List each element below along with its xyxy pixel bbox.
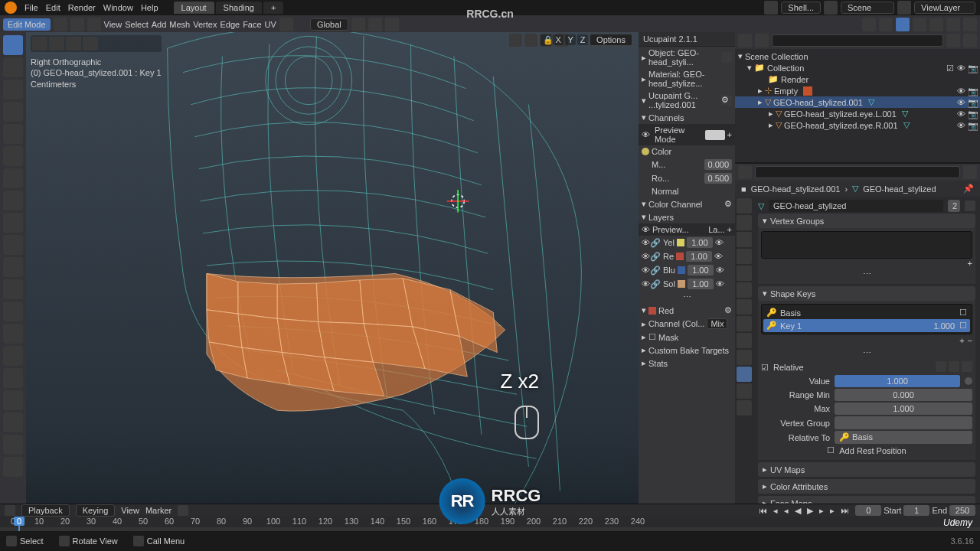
np-preview[interactable]: Preview... — [652, 225, 706, 234]
menu-uv[interactable]: UV — [265, 20, 276, 29]
propedit-icon[interactable] — [385, 18, 399, 31]
panel-uv-maps[interactable]: ▸UV Maps — [758, 462, 975, 477]
tl-start-frame[interactable]: 1 — [903, 505, 929, 516]
menu-help[interactable]: Help — [141, 3, 158, 12]
np-preview-mode[interactable]: Preview Mode — [655, 126, 703, 144]
selmode-edge[interactable] — [70, 18, 84, 31]
np-channels[interactable]: Channels — [648, 113, 684, 122]
tl-play[interactable]: ▶ — [807, 506, 813, 516]
tl-playback[interactable]: Playback — [21, 504, 70, 517]
max-field[interactable]: 1.000 — [835, 403, 972, 415]
tool-slide[interactable] — [3, 390, 23, 410]
vg-field[interactable]: ⠀ — [835, 416, 972, 429]
panel-shape-keys[interactable]: ▾Shape Keys — [758, 286, 975, 301]
tool-bevel[interactable] — [3, 257, 23, 277]
tree-collection[interactable]: ▾📁Collection☑👁📷 — [735, 62, 980, 73]
pin-icon[interactable]: 📌 — [963, 184, 974, 194]
menu-render[interactable]: Render — [68, 3, 96, 12]
preview-swatch[interactable] — [705, 130, 725, 140]
range-min-field[interactable]: 0.000 — [835, 389, 972, 401]
tool-shrink[interactable] — [3, 412, 23, 432]
menu-view[interactable]: View — [104, 20, 122, 29]
np-group[interactable]: Ucupaint G... ...tylized.001 — [648, 91, 719, 109]
tl-frame-next[interactable]: ▸ — [819, 506, 824, 516]
np-add[interactable]: + — [727, 130, 732, 139]
sk-key1[interactable]: 🔑Key 11.000☐ — [763, 319, 970, 332]
tl-keying[interactable]: Keying — [76, 504, 116, 517]
layer-yel[interactable]: Yel — [663, 238, 675, 247]
tl-view[interactable]: View — [121, 506, 139, 515]
selmode-face[interactable] — [87, 18, 101, 31]
props-search[interactable] — [755, 166, 960, 178]
np-layer-add[interactable]: + — [727, 225, 732, 234]
menu-window[interactable]: Window — [103, 3, 133, 12]
np-gear-icon[interactable]: ⚙ — [721, 95, 732, 106]
add-rest-toggle[interactable]: Add Rest Position — [839, 446, 906, 455]
np-red[interactable]: Red — [658, 306, 674, 315]
shape-keys-list[interactable]: 🔑Basis☐ 🔑Key 11.000☐ — [761, 304, 972, 334]
timeline-editor-icon[interactable] — [5, 505, 15, 516]
tl-jump-end[interactable]: ⏭ — [841, 506, 849, 515]
layer-menu-dots[interactable]: ⋯ — [683, 292, 691, 302]
ptab-modifier[interactable] — [737, 299, 752, 315]
tool-smooth[interactable] — [3, 368, 23, 388]
viewlayer-select[interactable]: ViewLayer — [914, 2, 975, 14]
mode-select[interactable]: Edit Mode — [3, 18, 51, 31]
tool-poly[interactable] — [3, 324, 23, 344]
shell-select[interactable]: Shell... — [781, 2, 821, 14]
menu-vertex[interactable]: Vertex — [193, 20, 217, 29]
ptab-constraint[interactable] — [737, 350, 752, 365]
tool-transform[interactable] — [3, 146, 23, 166]
tool-shear[interactable] — [3, 435, 23, 455]
ptab-render[interactable] — [737, 198, 752, 214]
sk-menu[interactable]: ⋯ — [761, 347, 972, 360]
tl-autokey-icon[interactable] — [178, 505, 188, 516]
np-color[interactable]: Color — [652, 147, 732, 156]
panel-vertex-groups[interactable]: ▾Vertex Groups — [758, 214, 975, 228]
sk-iconbtn3[interactable] — [962, 361, 972, 372]
outliner-search[interactable] — [772, 34, 943, 47]
tree-head-obj[interactable]: ▸▽GEO-head_stylized.001▽👁📷 — [735, 96, 980, 108]
orientation-select[interactable]: Global — [310, 18, 348, 31]
sk-iconbtn1[interactable] — [936, 361, 946, 372]
snap-icon[interactable] — [368, 18, 382, 31]
ptab-texture[interactable] — [737, 400, 752, 416]
layer-blu[interactable]: Blu — [663, 266, 675, 275]
vp-overlay-ico1[interactable] — [509, 34, 522, 47]
menu-mesh[interactable]: Mesh — [169, 20, 190, 29]
selmode-vert[interactable] — [54, 18, 67, 31]
tool-move[interactable] — [3, 80, 23, 99]
mesh-edit-overlay[interactable] — [862, 18, 876, 31]
tl-current-frame[interactable]: 0 — [855, 505, 881, 516]
vp-overlay-ico2[interactable] — [524, 34, 537, 47]
np-ro[interactable]: Ro... — [652, 174, 702, 183]
sk-add[interactable]: + — [959, 336, 964, 345]
tree-empty[interactable]: ▸⊹Empty👁📷 — [735, 85, 980, 96]
shading-render[interactable] — [963, 18, 977, 31]
outliner-newcol-icon[interactable] — [946, 34, 960, 47]
tool-loopcut[interactable] — [3, 279, 23, 299]
outliner-funnel-icon[interactable] — [963, 34, 977, 47]
tab-layout[interactable]: Layout — [174, 2, 214, 14]
layer-sol[interactable]: Sol — [663, 279, 675, 289]
menu-face[interactable]: Face — [243, 20, 261, 29]
axis-x[interactable]: X — [553, 34, 564, 45]
tl-frame-prev[interactable]: ◂ — [784, 506, 789, 516]
outliner-editor-icon[interactable] — [738, 34, 752, 47]
np-bake[interactable]: Custom Bake Targets — [648, 346, 729, 355]
xray-toggle[interactable] — [896, 18, 910, 31]
breadcrumb-obj[interactable]: GEO-head_stylized.001 — [751, 184, 841, 194]
np-m-val[interactable]: 0.000 — [704, 159, 732, 170]
menu-file[interactable]: File — [24, 3, 38, 12]
np-layers[interactable]: Layers — [648, 213, 674, 222]
tree-eye-r[interactable]: ▸▽GEO-head_stylized.eye.R.001▽👁📷 — [735, 119, 980, 131]
re-opacity[interactable]: 1.00 — [686, 251, 712, 262]
tab-shading[interactable]: Shading — [216, 2, 262, 14]
breadcrumb-mesh[interactable]: GEO-head_stylized — [863, 184, 936, 194]
tl-key-prev[interactable]: ◂ — [773, 506, 778, 516]
np-cc-gear-icon[interactable]: ⚙ — [724, 199, 732, 209]
tool-select[interactable] — [3, 35, 23, 55]
np-material[interactable]: Material: GEO-head_stylize... — [648, 70, 732, 88]
np-red-gear[interactable]: ⚙ — [724, 305, 732, 315]
shell-icon[interactable] — [764, 1, 778, 15]
